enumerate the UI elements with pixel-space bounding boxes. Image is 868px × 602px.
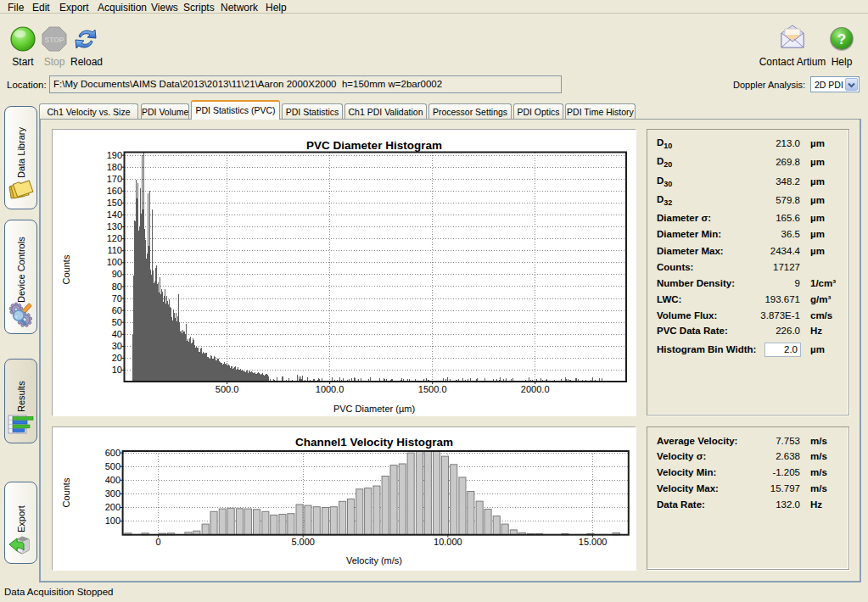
svg-text:PVC Diameter (µm): PVC Diameter (µm) (333, 404, 415, 414)
svg-text:60: 60 (112, 305, 122, 315)
svg-text:Velocity (m/s): Velocity (m/s) (346, 555, 402, 566)
svg-text:500: 500 (105, 461, 120, 471)
svg-text:Channel1 Velocity Histogram: Channel1 Velocity Histogram (295, 436, 453, 449)
svg-text:140: 140 (107, 209, 122, 220)
svg-text:600: 600 (105, 448, 120, 458)
svg-text:10.000: 10.000 (434, 537, 462, 547)
svg-text:0: 0 (155, 537, 160, 547)
svg-text:200: 200 (105, 502, 120, 512)
svg-text:150: 150 (107, 198, 122, 208)
svg-text:190: 190 (107, 150, 122, 160)
svg-text:10: 10 (112, 365, 122, 375)
svg-text:180: 180 (107, 162, 122, 172)
svg-text:2000.0: 2000.0 (521, 384, 550, 394)
svg-text:500.0: 500.0 (216, 384, 239, 394)
svg-text:170: 170 (107, 174, 122, 184)
svg-text:70: 70 (112, 293, 122, 304)
svg-text:80: 80 (112, 281, 122, 292)
svg-text:PVC Diameter Histogram: PVC Diameter Histogram (306, 139, 442, 152)
svg-text:15.000: 15.000 (579, 537, 608, 547)
svg-text:120: 120 (107, 233, 122, 243)
svg-text:STOP: STOP (45, 36, 64, 44)
svg-text:1000.0: 1000.0 (316, 384, 344, 394)
svg-text:30: 30 (112, 341, 122, 351)
svg-text:?: ? (837, 31, 846, 47)
svg-text:40: 40 (112, 329, 122, 339)
svg-text:110: 110 (107, 245, 122, 255)
svg-text:50: 50 (112, 317, 122, 327)
svg-text:130: 130 (107, 221, 122, 231)
svg-text:90: 90 (112, 269, 122, 279)
svg-text:Counts: Counts (61, 477, 71, 507)
svg-text:300: 300 (105, 488, 120, 499)
svg-text:5.000: 5.000 (291, 537, 315, 547)
svg-text:Counts: Counts (61, 254, 71, 284)
svg-text:1500.0: 1500.0 (418, 384, 447, 394)
svg-text:20: 20 (112, 353, 122, 363)
svg-text:100: 100 (105, 516, 120, 526)
svg-text:160: 160 (107, 186, 122, 196)
svg-text:100: 100 (107, 257, 122, 267)
svg-text:400: 400 (105, 475, 120, 485)
